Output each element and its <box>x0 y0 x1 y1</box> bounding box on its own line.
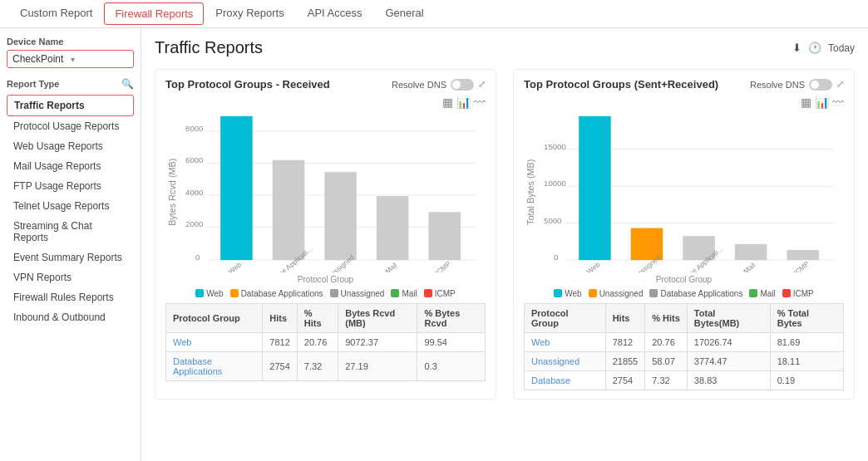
table-cell: 7812 <box>263 332 297 351</box>
col-header-protocol-group-received: Protocol Group <box>166 303 263 332</box>
sidebar-item-mail-usage-reports[interactable]: Mail Usage Reports <box>7 156 134 176</box>
table-cell: 7.32 <box>297 351 338 380</box>
table-cell: 7812 <box>605 332 645 351</box>
tab-proxy-reports[interactable]: Proxy Reports <box>204 0 295 27</box>
legend-item-mail-sr: Mail <box>749 289 775 298</box>
x-axis-label-sent-received: Protocol Group <box>524 275 844 284</box>
legend-dot-web-received <box>195 289 204 297</box>
device-name-value: CheckPoint <box>12 53 71 65</box>
chart-legend-sent-received: Web Unassigned Database Applications Mai… <box>524 289 844 298</box>
chart-panel-sent-received: Top Protocol Groups (Sent+Received) Reso… <box>513 69 855 400</box>
chart-icons-received: ▦ 📊 〰 <box>165 96 486 109</box>
tab-custom-report[interactable]: Custom Report <box>8 0 104 27</box>
tab-general[interactable]: General <box>373 0 435 27</box>
charts-row: Top Protocol Groups - Received Resolve D… <box>155 69 855 400</box>
resolve-dns-toggle-received[interactable] <box>451 79 474 91</box>
device-name-label: Device Name <box>7 37 134 47</box>
svg-rect-11 <box>220 116 253 260</box>
chevron-down-icon: ▾ <box>71 55 129 64</box>
svg-text:Bytes Rcvd (MB): Bytes Rcvd (MB) <box>167 159 177 226</box>
table-cell-link[interactable]: Web <box>525 332 606 351</box>
legend-item-dbapp-received: Database Applications <box>230 289 323 298</box>
filter-icon[interactable]: ⬇ <box>792 42 801 54</box>
legend-item-unassigned-sr: Unassigned <box>589 289 644 298</box>
svg-rect-34 <box>787 250 819 260</box>
legend-label-mail-sr: Mail <box>760 289 775 298</box>
table-cell: 0.19 <box>770 370 843 390</box>
table-cell: 20.76 <box>297 332 338 351</box>
sidebar-item-vpn-reports[interactable]: VPN Reports <box>7 267 134 287</box>
sidebar-item-event-summary-reports[interactable]: Event Summary Reports <box>7 248 134 267</box>
table-cell: 2754 <box>263 351 297 380</box>
legend-label-web-sr: Web <box>565 289 581 298</box>
table-cell: 9072.37 <box>338 332 417 351</box>
table-row: Database Applications 2754 7.32 27.19 0.… <box>166 351 486 380</box>
svg-text:Web: Web <box>227 260 244 272</box>
tab-firewall-reports[interactable]: Firewall Reports <box>104 2 204 25</box>
legend-item-icmp-sr: ICMP <box>782 289 814 298</box>
expand-icon-sent-received[interactable]: ⤢ <box>836 79 844 90</box>
col-header-hits-received: Hits <box>263 303 297 332</box>
sidebar-item-telnet-usage-reports[interactable]: Telnet Usage Reports <box>7 196 134 216</box>
sidebar-item-inbound-outbound[interactable]: Inbound & Outbound <box>7 307 134 327</box>
sidebar-item-protocol-usage-reports[interactable]: Protocol Usage Reports <box>7 116 134 136</box>
table-cell: 99.54 <box>417 332 486 351</box>
line-chart-icon-2[interactable]: 〰 <box>832 96 844 109</box>
legend-dot-dbapp-received <box>230 289 239 297</box>
expand-icon-received[interactable]: ⤢ <box>478 79 486 90</box>
table-cell: 3774.47 <box>687 351 770 370</box>
table-cell: 7.32 <box>645 370 688 390</box>
resolve-dns-sent-received: Resolve DNS ⤢ <box>750 79 844 91</box>
svg-text:4000: 4000 <box>185 188 203 197</box>
svg-text:0: 0 <box>554 253 558 262</box>
svg-text:Mail: Mail <box>383 261 398 272</box>
legend-label-unassigned-sr: Unassigned <box>599 289 644 298</box>
legend-dot-icmp-sr <box>782 289 791 297</box>
sidebar-item-ftp-usage-reports[interactable]: FTP Usage Reports <box>7 176 134 196</box>
table-cell-link[interactable]: Database <box>525 370 606 390</box>
main-layout: Device Name CheckPoint ▾ Report Type 🔍 T… <box>0 28 868 461</box>
today-label[interactable]: Today <box>828 42 855 54</box>
chart-icons-sent-received: ▦ 📊 〰 <box>524 96 844 109</box>
sidebar-item-streaming-chat-reports[interactable]: Streaming & Chat Reports <box>7 216 134 248</box>
column-chart-icon-2[interactable]: 📊 <box>815 96 829 109</box>
svg-text:8000: 8000 <box>185 124 203 133</box>
legend-label-dbapp-sr: Database Applications <box>660 289 742 298</box>
legend-item-dbapp-sr: Database Applications <box>649 289 742 298</box>
svg-rect-15 <box>428 212 461 260</box>
table-cell: 38.83 <box>687 370 770 390</box>
legend-item-unassigned-received: Unassigned <box>330 289 385 298</box>
table-cell-link[interactable]: Database Applications <box>166 351 263 380</box>
tab-api-access[interactable]: API Access <box>296 0 374 27</box>
bar-chart-icon-2[interactable]: ▦ <box>801 96 811 109</box>
table-cell: 2754 <box>605 370 645 390</box>
resolve-dns-toggle-sent-received[interactable] <box>809 79 832 91</box>
main-content: Traffic Reports ⬇ 🕐 Today Top Protocol G… <box>141 28 868 461</box>
legend-dot-unassigned-received <box>330 289 338 297</box>
svg-text:2000: 2000 <box>185 219 203 228</box>
col-header-pct-hits-sr: % Hits <box>645 303 688 332</box>
search-icon[interactable]: 🔍 <box>121 78 134 90</box>
svg-text:Web: Web <box>585 260 602 272</box>
sidebar-item-firewall-rules-reports[interactable]: Firewall Rules Reports <box>7 287 134 307</box>
chart-panel-received: Top Protocol Groups - Received Resolve D… <box>155 69 496 400</box>
svg-text:Mail: Mail <box>742 261 757 272</box>
device-select[interactable]: CheckPoint ▾ <box>7 50 134 68</box>
table-cell-link[interactable]: Web <box>166 332 263 351</box>
column-chart-icon[interactable]: 📊 <box>456 96 471 109</box>
table-cell: 81.69 <box>770 332 843 351</box>
sidebar-item-traffic-reports[interactable]: Traffic Reports <box>7 95 134 116</box>
line-chart-icon[interactable]: 〰 <box>474 96 486 109</box>
legend-item-web-received: Web <box>195 289 223 298</box>
bar-chart-svg-sent-received: Total Bytes (MB) 0 5000 10000 15000 <box>524 112 844 272</box>
col-header-bytes-rcvd-received: Bytes Rcvd (MB) <box>338 303 417 332</box>
bar-chart-icon[interactable]: ▦ <box>442 96 453 109</box>
header-actions: ⬇ 🕐 Today <box>792 42 855 54</box>
report-type-label: Report Type <box>7 79 59 89</box>
legend-label-mail-received: Mail <box>402 289 417 298</box>
chart-legend-received: Web Database Applications Unassigned Mai… <box>165 289 486 298</box>
sidebar-item-web-usage-reports[interactable]: Web Usage Reports <box>7 136 134 156</box>
legend-dot-dbapp-sr <box>649 289 658 297</box>
legend-dot-mail-received <box>391 289 399 297</box>
table-cell-link[interactable]: Unassigned <box>525 351 606 370</box>
